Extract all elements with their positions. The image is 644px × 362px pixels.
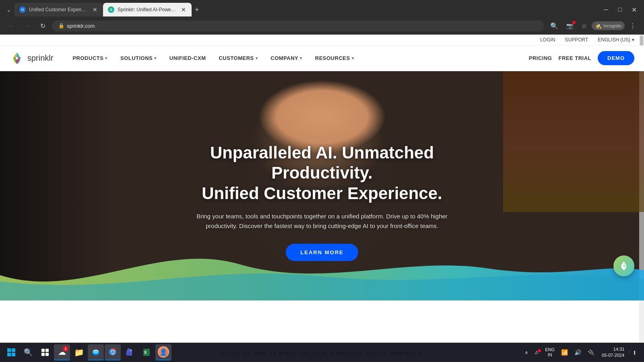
taskbar-teams-button[interactable] [122,344,138,360]
browser-tab-1[interactable]: U Unified Customer Experience M ✕ [14,3,103,16]
minimize-button[interactable]: ─ [600,4,612,15]
edge-icon [92,348,100,356]
taskbar-task-view-button[interactable] [37,344,53,360]
clock-date: 05-07-2024 [602,352,624,358]
svg-rect-6 [41,349,45,352]
nav-resources[interactable]: RESOURCES ▾ [309,45,360,71]
nav-customers[interactable]: CUSTOMERS ▾ [212,45,264,71]
svg-rect-5 [12,353,15,356]
battery-indicator[interactable]: 🔌 [585,348,597,356]
excel-icon: X [142,348,151,356]
nav-right: PRICING FREE TRIAL DEMO [529,51,634,65]
customers-chevron-icon: ▾ [256,56,258,60]
resources-chevron-icon: ▾ [352,56,354,60]
hero-section: Unparalleled AI. Unmatched Productivity.… [0,71,644,300]
tab1-close-button[interactable]: ✕ [92,6,98,14]
volume-indicator[interactable]: 🔊 [572,348,584,356]
sprinklr-logo-icon [10,51,24,66]
address-bar: ← → ↻ 🔒 sprinklr.com 🔍 📷 ☆ 🕵 Incognito ⋮ [0,17,644,35]
language-indicator[interactable]: ENGIN [543,346,557,358]
start-button[interactable] [3,344,19,360]
sprinklr-widget-icon [618,260,630,272]
chrome-icon [109,348,117,356]
svg-rect-7 [45,349,49,352]
support-link[interactable]: SUPPORT [565,37,588,43]
clock-time: 14:31 [602,346,624,352]
taskbar-edge-button[interactable] [88,344,104,360]
mail-notification-badge: 1 [63,346,68,352]
teams-icon [126,348,134,356]
battery-icon: 🔌 [588,349,594,356]
login-link[interactable]: LOGIN [540,37,555,43]
nav-products[interactable]: PRODUCTS ▾ [66,45,114,71]
back-button[interactable]: ← [5,21,18,31]
taskbar-search-button[interactable]: 🔍 [20,344,36,360]
svg-rect-3 [12,348,15,352]
bookmark-icon-btn[interactable]: ☆ [578,20,590,32]
language-text: ENGIN [545,347,555,358]
lock-icon: 🔒 [58,23,64,29]
tab-group-nav[interactable]: ⌄ [3,5,14,14]
svg-point-0 [16,57,18,60]
taskbar-mail-button[interactable]: ☁ 1 [54,344,70,360]
utility-bar: LOGIN SUPPORT ENGLISH (US) ▾ [0,35,644,45]
forward-button[interactable]: → [21,21,34,31]
svg-point-14 [111,351,114,354]
notification-area-expand[interactable]: ∧ [522,349,530,356]
incognito-badge: 🕵 Incognito [592,21,625,30]
tab2-close-button[interactable]: ✕ [180,6,187,14]
company-chevron-icon: ▾ [300,56,302,60]
title-bar: ⌄ U Unified Customer Experience M ✕ S Sp… [0,0,644,17]
svg-rect-18 [127,352,130,355]
products-chevron-icon: ▾ [105,56,107,60]
pricing-link[interactable]: PRICING [529,55,552,61]
solutions-chevron-icon: ▾ [154,56,157,60]
logo-text: sprinklr [27,53,53,63]
system-clock[interactable]: 14:31 05-07-2024 [599,346,627,360]
task-view-icon [41,348,49,356]
hero-title: Unparalleled AI. Unmatched Productivity.… [169,143,475,204]
browser-menu-button[interactable]: ⋮ [626,20,639,32]
tab1-title: Unified Customer Experience M [29,7,89,12]
wifi-indicator[interactable]: 📶 [559,348,570,356]
main-nav: sprinklr PRODUCTS ▾ SOLUTIONS ▾ UNIFIED-… [0,45,644,71]
reload-button[interactable]: ↻ [37,21,49,31]
system-tray: ∧ ⚠ ENGIN 📶 🔊 🔌 14:31 05-07-2024 ▐ [519,346,641,360]
close-button[interactable]: ✕ [627,4,641,15]
url-bar[interactable]: 🔒 sprinklr.com [52,21,544,31]
maximize-button[interactable]: □ [614,4,626,15]
nav-unified-cxm[interactable]: UNIFIED-CXM [163,45,213,71]
nav-solutions[interactable]: SOLUTIONS ▾ [114,45,163,71]
svg-rect-9 [45,353,49,356]
svg-rect-4 [7,353,11,356]
tab2-favicon: S [108,6,114,13]
profile-avatar: 👤 [158,346,169,358]
svg-rect-2 [7,348,11,352]
chevron-down-icon: ▾ [632,37,634,43]
free-trial-link[interactable]: FREE TRIAL [558,55,591,61]
hero-subtitle: Bring your teams, tools and touchpoints … [191,212,453,231]
svg-point-17 [127,348,130,352]
browser-actions: 🔍 📷 ☆ 🕵 Incognito ⋮ [547,20,639,32]
volume-icon: 🔊 [574,349,581,356]
incognito-label: Incognito [603,23,621,28]
browser-tab-2[interactable]: S Sprinklr: Unified AI-Powered Cu ✕ [103,3,192,16]
windows-logo-icon [7,348,15,356]
logo-link[interactable]: sprinklr [10,51,53,66]
demo-button[interactable]: DEMO [598,51,634,65]
url-text: sprinklr.com [67,23,95,29]
language-selector[interactable]: ENGLISH (US) ▾ [598,37,634,43]
notification-alert[interactable]: ⚠ [532,349,541,356]
new-tab-button[interactable]: + [192,4,202,16]
search-icon-btn[interactable]: 🔍 [547,20,561,32]
show-desktop-button[interactable]: ▐ [629,350,638,355]
hero-wave [0,240,644,300]
taskbar-chrome-button[interactable] [105,344,121,360]
chat-widget-button[interactable] [613,255,634,276]
taskbar-file-explorer-button[interactable]: 📁 [71,344,87,360]
taskbar-excel-button[interactable]: X [138,344,155,360]
nav-items: PRODUCTS ▾ SOLUTIONS ▾ UNIFIED-CXM CUSTO… [66,45,528,71]
camera-icon-btn[interactable]: 📷 [563,20,576,31]
taskbar-chrome2-button[interactable]: 👤 [155,344,171,360]
nav-company[interactable]: COMPANY ▾ [264,45,308,71]
